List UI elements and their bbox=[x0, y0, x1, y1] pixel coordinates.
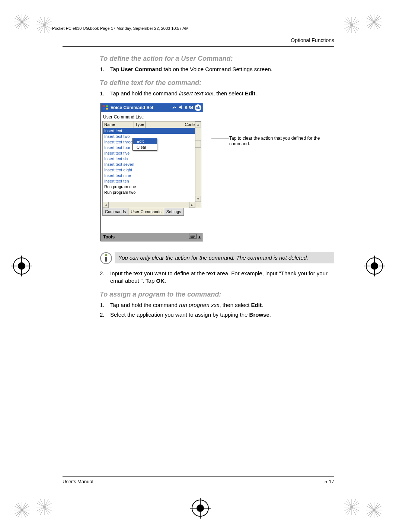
window-title: Voice Command Set bbox=[111, 105, 172, 110]
text-bold: User Command bbox=[121, 66, 162, 72]
step-text: Select the application you want to assig… bbox=[100, 311, 334, 319]
text-italic: insert text xxx bbox=[179, 90, 213, 96]
info-icon bbox=[100, 252, 112, 265]
star-mark-icon bbox=[36, 17, 52, 33]
column-header-name[interactable]: Name bbox=[103, 121, 134, 128]
chevron-up-icon[interactable]: ▴ bbox=[198, 234, 201, 240]
horizontal-rule bbox=[63, 476, 334, 476]
footer-left: User's Manual bbox=[63, 479, 93, 484]
heading-define-text: To define text for the command: bbox=[100, 79, 334, 87]
speaker-icon[interactable] bbox=[178, 105, 183, 111]
scroll-thumb[interactable] bbox=[195, 140, 201, 148]
vertical-scrollbar[interactable] bbox=[195, 121, 201, 208]
svg-rect-90 bbox=[194, 236, 195, 237]
heading-define-action: To define the action for a User Command: bbox=[100, 55, 334, 63]
text-bold: Edit bbox=[251, 302, 262, 308]
embedded-screenshot: Voice Command Set 9:54 ok User Command L… bbox=[100, 103, 203, 241]
registration-mark-icon bbox=[364, 256, 385, 276]
clock-time[interactable]: 9:54 bbox=[185, 105, 193, 110]
draft-header-text: Pocket PC e830 UG.book Page 17 Monday, S… bbox=[52, 26, 189, 31]
text: . bbox=[165, 278, 166, 284]
horizontal-scrollbar[interactable] bbox=[103, 202, 201, 208]
step-text: Tap and hold the command run program xxx… bbox=[100, 301, 334, 309]
context-menu-clear[interactable]: Clear bbox=[133, 144, 157, 150]
text: Tap bbox=[110, 66, 121, 72]
connectivity-icon[interactable] bbox=[172, 105, 177, 111]
text: Input the text you want to define at the… bbox=[110, 270, 328, 284]
registration-mark-icon bbox=[190, 498, 211, 519]
svg-rect-94 bbox=[105, 257, 107, 262]
star-mark-icon bbox=[344, 499, 360, 515]
text-italic: run program xxx bbox=[179, 302, 219, 308]
text: . bbox=[262, 302, 263, 308]
table-row[interactable]: Insert text five bbox=[103, 151, 195, 156]
svg-point-93 bbox=[105, 254, 107, 256]
step-text: Tap User Command tab on the Voice Comman… bbox=[100, 66, 334, 73]
footer-page-number: 5-17 bbox=[325, 479, 334, 484]
svg-rect-88 bbox=[192, 236, 193, 237]
svg-rect-76 bbox=[103, 105, 105, 107]
table-row[interactable]: Insert text bbox=[103, 128, 195, 134]
scroll-up-button[interactable]: ▴ bbox=[195, 121, 201, 127]
star-mark-icon bbox=[366, 502, 382, 518]
scroll-down-button[interactable]: ▾ bbox=[195, 196, 201, 202]
svg-rect-89 bbox=[193, 236, 194, 237]
callout: Tap to clear the action that you defined… bbox=[211, 136, 330, 147]
svg-rect-86 bbox=[190, 236, 191, 237]
svg-rect-77 bbox=[106, 105, 108, 107]
text: Tap and hold the command bbox=[110, 90, 179, 96]
user-command-list-label: User Command List: bbox=[101, 112, 203, 121]
star-mark-icon bbox=[14, 502, 30, 518]
star-mark-icon bbox=[36, 499, 52, 515]
table-row[interactable]: Insert text ten bbox=[103, 178, 195, 184]
step-text: Input the text you want to define at the… bbox=[100, 270, 334, 285]
page-section-header: Optional Functions bbox=[63, 37, 334, 43]
svg-rect-83 bbox=[192, 235, 193, 235]
command-table: Name Type Content Insert text Insert tex… bbox=[102, 121, 201, 208]
note-text: You can only clear the action for the co… bbox=[115, 252, 334, 264]
svg-rect-81 bbox=[190, 235, 191, 235]
tab-user-commands[interactable]: User Commands bbox=[128, 208, 164, 216]
ok-button[interactable]: ok bbox=[195, 104, 201, 111]
svg-rect-82 bbox=[191, 235, 192, 235]
scroll-left-button[interactable]: ◂ bbox=[103, 202, 109, 208]
window-titlebar: Voice Command Set 9:54 ok bbox=[101, 103, 203, 112]
text: tab on the Voice Command Settings screen… bbox=[162, 66, 272, 72]
text: Select the application you want to assig… bbox=[110, 311, 249, 318]
text: , then select bbox=[220, 302, 251, 308]
context-menu: Edit Clear bbox=[132, 138, 157, 151]
keyboard-icon[interactable] bbox=[189, 234, 197, 240]
step-text: Tap and hold the command insert text xxx… bbox=[100, 90, 334, 97]
table-row[interactable]: Insert text eight bbox=[103, 167, 195, 173]
table-row[interactable]: Insert text nine bbox=[103, 173, 195, 178]
svg-rect-85 bbox=[194, 235, 195, 235]
tab-commands[interactable]: Commands bbox=[102, 208, 128, 216]
table-row[interactable]: Insert text six bbox=[103, 156, 195, 162]
text-bold: Edit bbox=[245, 90, 255, 96]
callout-line bbox=[211, 139, 229, 139]
table-row[interactable]: Run program two bbox=[103, 190, 195, 195]
callout-text: Tap to clear the action that you defined… bbox=[229, 136, 330, 147]
tools-menu[interactable]: Tools bbox=[103, 234, 115, 240]
registration-mark-icon bbox=[11, 256, 32, 276]
text: . bbox=[269, 311, 271, 318]
star-mark-icon bbox=[366, 14, 382, 30]
text-bold: Browse bbox=[249, 311, 269, 318]
star-mark-icon bbox=[344, 17, 360, 33]
tab-settings[interactable]: Settings bbox=[164, 208, 184, 216]
context-menu-edit[interactable]: Edit bbox=[133, 138, 157, 144]
table-row[interactable]: Run program one bbox=[103, 184, 195, 190]
svg-rect-79 bbox=[106, 108, 108, 110]
horizontal-rule bbox=[63, 46, 334, 47]
svg-rect-78 bbox=[103, 108, 105, 110]
table-row[interactable]: Insert text seven bbox=[103, 162, 195, 167]
scroll-corner bbox=[195, 202, 201, 208]
scroll-right-button[interactable]: ▸ bbox=[189, 202, 195, 208]
start-flag-icon[interactable] bbox=[102, 104, 109, 111]
heading-assign-program: To assign a program to the command: bbox=[100, 291, 334, 298]
svg-rect-91 bbox=[191, 237, 194, 238]
svg-rect-84 bbox=[193, 235, 194, 235]
column-header-type[interactable]: Type bbox=[134, 121, 146, 128]
text: . bbox=[255, 90, 257, 96]
text: , then select bbox=[213, 90, 245, 96]
